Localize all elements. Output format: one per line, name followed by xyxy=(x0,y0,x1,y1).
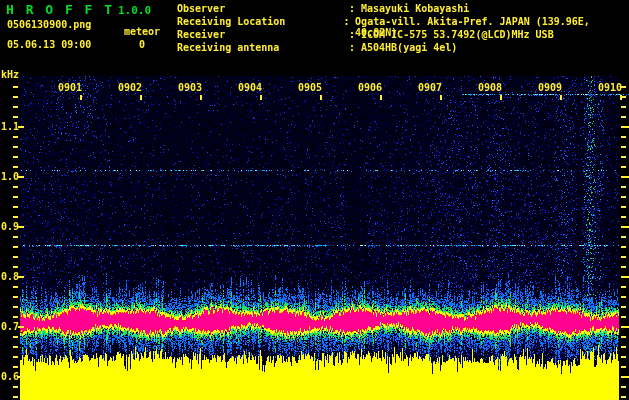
receiving-location-label: Receiving Location xyxy=(177,16,343,29)
freq-minor-tick-left xyxy=(13,166,18,168)
freq-minor-tick-right xyxy=(621,156,626,158)
time-tick xyxy=(200,95,202,100)
freq-major-tick-right xyxy=(621,126,629,128)
separator: : xyxy=(349,29,361,42)
freq-axis-unit-label: kHz xyxy=(1,69,19,80)
freq-major-tick-right xyxy=(621,326,629,328)
time-tick-label: 0906 xyxy=(356,82,382,93)
freq-minor-tick-right xyxy=(621,306,626,308)
freq-minor-tick-right xyxy=(621,116,626,118)
freq-minor-tick-right xyxy=(621,286,626,288)
freq-major-tick-left xyxy=(18,276,24,278)
freq-major-tick-left xyxy=(18,176,24,178)
freq-minor-tick-left xyxy=(13,116,18,118)
freq-major-tick-right xyxy=(621,226,629,228)
freq-minor-tick-left xyxy=(13,146,18,148)
observer-label: Observer xyxy=(177,3,349,16)
freq-minor-tick-left xyxy=(13,346,18,348)
time-tick xyxy=(140,95,142,100)
freq-tick-label: 0.9 xyxy=(1,221,17,232)
receiver-row: Receiver:ICOM IC-575 53.7492(@LCD)MHz US… xyxy=(177,29,629,42)
freq-minor-tick-left xyxy=(13,86,18,88)
freq-minor-tick-right xyxy=(621,316,626,318)
freq-minor-tick-right xyxy=(621,196,626,198)
separator: : xyxy=(349,42,361,55)
time-tick-label: 0907 xyxy=(416,82,442,93)
freq-minor-tick-left xyxy=(13,216,18,218)
freq-minor-tick-left xyxy=(13,336,18,338)
freq-minor-tick-left xyxy=(13,206,18,208)
freq-minor-tick-left xyxy=(13,356,18,358)
freq-minor-tick-left xyxy=(13,156,18,158)
output-filename: 0506130900.png xyxy=(7,19,91,30)
time-tick xyxy=(380,95,382,100)
freq-minor-tick-right xyxy=(621,216,626,218)
time-tick xyxy=(440,95,442,100)
freq-minor-tick-left xyxy=(13,106,18,108)
freq-minor-tick-right xyxy=(621,236,626,238)
station-info-block: Observer:Masayuki Kobayashi Receiving Lo… xyxy=(177,3,629,55)
time-tick-label: 0901 xyxy=(56,82,82,93)
freq-minor-tick-left xyxy=(13,246,18,248)
time-tick xyxy=(260,95,262,100)
receiver-value: ICOM IC-575 53.7492(@LCD)MHz USB xyxy=(361,29,554,42)
freq-minor-tick-left xyxy=(13,266,18,268)
receiving-antenna-row: Receiving antenna:A504HB(yagi 4el) xyxy=(177,42,629,55)
freq-minor-tick-left xyxy=(13,386,18,388)
time-tick xyxy=(560,95,562,100)
time-tick-label: 0902 xyxy=(116,82,142,93)
freq-tick-label: 1.0 xyxy=(1,171,17,182)
freq-minor-tick-left xyxy=(13,296,18,298)
time-tick xyxy=(500,95,502,100)
separator: : xyxy=(349,3,361,16)
freq-minor-tick-left xyxy=(13,236,18,238)
receiving-antenna-label: Receiving antenna xyxy=(177,42,349,55)
receiving-location-value: Ogata-vill. Akita-Pref. JAPAN (139.96E, … xyxy=(355,16,629,29)
freq-tick-label: 0.7 xyxy=(1,321,17,332)
freq-minor-tick-right xyxy=(621,366,626,368)
echo-count: 0 xyxy=(139,39,145,50)
freq-major-tick-right xyxy=(621,176,629,178)
freq-minor-tick-right xyxy=(621,136,626,138)
freq-minor-tick-right xyxy=(621,356,626,358)
time-tick-label: 0909 xyxy=(536,82,562,93)
freq-minor-tick-right xyxy=(621,166,626,168)
hrofft-window: H R O F F T 1.0.0 0506130900.png meteor … xyxy=(0,0,629,400)
app-version: 1.0.0 xyxy=(118,4,151,17)
receiving-antenna-value: A504HB(yagi 4el) xyxy=(361,42,457,55)
time-tick-label: 0910 xyxy=(596,82,622,93)
mode-label: meteor xyxy=(124,26,160,37)
time-tick xyxy=(80,95,82,100)
freq-tick-label: 1.1 xyxy=(1,121,17,132)
time-tick-label: 0904 xyxy=(236,82,262,93)
app-title: H R O F F T xyxy=(6,2,114,17)
time-tick xyxy=(320,95,322,100)
freq-minor-tick-right xyxy=(621,296,626,298)
freq-minor-tick-left xyxy=(13,196,18,198)
freq-major-tick-left xyxy=(18,226,24,228)
datetime-label: 05.06.13 09:00 xyxy=(7,39,91,50)
freq-minor-tick-left xyxy=(13,256,18,258)
freq-minor-tick-right xyxy=(621,386,626,388)
freq-tick-label: 0.8 xyxy=(1,271,17,282)
freq-minor-tick-right xyxy=(621,146,626,148)
receiving-location-row: Receiving Location:Ogata-vill. Akita-Pre… xyxy=(177,16,629,29)
freq-minor-tick-left xyxy=(13,396,18,398)
freq-minor-tick-left xyxy=(13,136,18,138)
spectrogram-canvas xyxy=(0,0,629,400)
freq-minor-tick-left xyxy=(13,286,18,288)
time-tick-label: 0908 xyxy=(476,82,502,93)
freq-tick-label: 0.6 xyxy=(1,371,17,382)
freq-minor-tick-left xyxy=(13,186,18,188)
freq-minor-tick-left xyxy=(13,306,18,308)
freq-minor-tick-right xyxy=(621,256,626,258)
freq-minor-tick-right xyxy=(621,206,626,208)
observer-row: Observer:Masayuki Kobayashi xyxy=(177,3,629,16)
freq-minor-tick-right xyxy=(621,396,626,398)
time-tick xyxy=(620,95,622,100)
freq-minor-tick-left xyxy=(13,316,18,318)
freq-minor-tick-right xyxy=(621,186,626,188)
freq-major-tick-right xyxy=(621,276,629,278)
freq-major-tick-left xyxy=(18,326,24,328)
receiver-label: Receiver xyxy=(177,29,349,42)
